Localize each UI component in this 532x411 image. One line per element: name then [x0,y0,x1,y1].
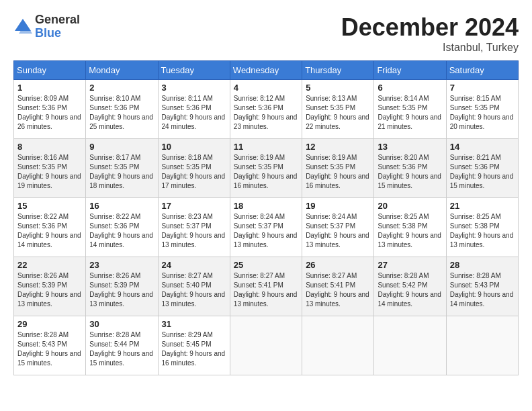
calendar-cell: 12Sunrise: 8:19 AMSunset: 5:35 PMDayligh… [302,139,374,198]
calendar-cell: 28Sunrise: 8:28 AMSunset: 5:43 PMDayligh… [446,257,518,316]
day-number: 15 [17,201,82,211]
day-number: 4 [234,83,298,93]
month-title: December 2024 [341,13,519,42]
day-number: 10 [162,142,226,152]
day-number: 27 [378,260,442,270]
day-detail: Sunrise: 8:16 AMSunset: 5:35 PMDaylight:… [17,153,82,191]
day-detail: Sunrise: 8:25 AMSunset: 5:38 PMDaylight:… [450,212,515,250]
day-number: 2 [89,83,154,93]
day-detail: Sunrise: 8:18 AMSunset: 5:35 PMDaylight:… [162,153,226,191]
day-detail: Sunrise: 8:25 AMSunset: 5:38 PMDaylight:… [378,212,442,250]
calendar-cell [302,316,374,375]
logo-blue-text: Blue [35,26,61,40]
calendar-cell: 6Sunrise: 8:14 AMSunset: 5:35 PMDaylight… [374,80,446,139]
weekday-header: Monday [86,61,158,80]
day-detail: Sunrise: 8:12 AMSunset: 5:36 PMDaylight:… [234,94,298,132]
calendar-cell: 13Sunrise: 8:20 AMSunset: 5:36 PMDayligh… [374,139,446,198]
calendar-cell: 2Sunrise: 8:10 AMSunset: 5:36 PMDaylight… [86,80,158,139]
day-number: 29 [17,319,82,329]
day-detail: Sunrise: 8:22 AMSunset: 5:36 PMDaylight:… [17,212,82,250]
calendar-cell: 4Sunrise: 8:12 AMSunset: 5:36 PMDaylight… [230,80,302,139]
day-detail: Sunrise: 8:21 AMSunset: 5:36 PMDaylight:… [450,153,515,191]
calendar-week-row: 1Sunrise: 8:09 AMSunset: 5:36 PMDaylight… [14,80,519,139]
calendar-cell: 24Sunrise: 8:27 AMSunset: 5:40 PMDayligh… [158,257,230,316]
calendar-cell: 25Sunrise: 8:27 AMSunset: 5:41 PMDayligh… [230,257,302,316]
day-detail: Sunrise: 8:22 AMSunset: 5:36 PMDaylight:… [89,212,154,250]
day-number: 9 [89,142,154,152]
weekday-header: Sunday [14,61,86,80]
day-detail: Sunrise: 8:27 AMSunset: 5:40 PMDaylight:… [162,271,226,309]
day-detail: Sunrise: 8:28 AMSunset: 5:43 PMDaylight:… [450,271,515,309]
calendar-table: SundayMondayTuesdayWednesdayThursdayFrid… [13,60,519,375]
day-number: 30 [89,319,154,329]
day-number: 28 [450,260,515,270]
calendar-cell [446,316,518,375]
logo: General Blue [13,13,80,40]
day-detail: Sunrise: 8:10 AMSunset: 5:36 PMDaylight:… [89,94,154,132]
day-detail: Sunrise: 8:28 AMSunset: 5:43 PMDaylight:… [17,330,82,368]
calendar-cell: 19Sunrise: 8:24 AMSunset: 5:37 PMDayligh… [302,198,374,257]
calendar-cell: 9Sunrise: 8:17 AMSunset: 5:35 PMDaylight… [86,139,158,198]
calendar-cell [230,316,302,375]
weekday-header: Thursday [302,61,374,80]
day-number: 20 [378,201,442,211]
logo-general-text: General [35,13,80,26]
day-number: 23 [89,260,154,270]
calendar-cell: 31Sunrise: 8:29 AMSunset: 5:45 PMDayligh… [158,316,230,375]
day-number: 8 [17,142,82,152]
day-number: 22 [17,260,82,270]
day-detail: Sunrise: 8:17 AMSunset: 5:35 PMDaylight:… [89,153,154,191]
day-detail: Sunrise: 8:19 AMSunset: 5:35 PMDaylight:… [234,153,298,191]
day-number: 12 [306,142,370,152]
calendar-cell: 22Sunrise: 8:26 AMSunset: 5:39 PMDayligh… [14,257,86,316]
day-number: 17 [162,201,226,211]
calendar-cell: 23Sunrise: 8:26 AMSunset: 5:39 PMDayligh… [86,257,158,316]
day-number: 5 [306,83,370,93]
calendar-cell: 30Sunrise: 8:28 AMSunset: 5:44 PMDayligh… [86,316,158,375]
day-number: 13 [378,142,442,152]
calendar-week-row: 29Sunrise: 8:28 AMSunset: 5:43 PMDayligh… [14,316,519,375]
day-detail: Sunrise: 8:24 AMSunset: 5:37 PMDaylight:… [234,212,298,250]
calendar-cell: 5Sunrise: 8:13 AMSunset: 5:35 PMDaylight… [302,80,374,139]
day-number: 19 [306,201,370,211]
day-detail: Sunrise: 8:14 AMSunset: 5:35 PMDaylight:… [378,94,442,132]
day-detail: Sunrise: 8:28 AMSunset: 5:44 PMDaylight:… [89,330,154,368]
calendar-cell: 10Sunrise: 8:18 AMSunset: 5:35 PMDayligh… [158,139,230,198]
day-detail: Sunrise: 8:11 AMSunset: 5:36 PMDaylight:… [162,94,226,132]
logo-icon [13,17,32,36]
calendar-cell: 14Sunrise: 8:21 AMSunset: 5:36 PMDayligh… [446,139,518,198]
day-number: 1 [17,83,82,93]
weekday-header: Wednesday [230,61,302,80]
calendar-cell: 29Sunrise: 8:28 AMSunset: 5:43 PMDayligh… [14,316,86,375]
weekday-header: Friday [374,61,446,80]
day-detail: Sunrise: 8:26 AMSunset: 5:39 PMDaylight:… [17,271,82,309]
day-detail: Sunrise: 8:27 AMSunset: 5:41 PMDaylight:… [306,271,370,309]
day-detail: Sunrise: 8:23 AMSunset: 5:37 PMDaylight:… [162,212,226,250]
day-detail: Sunrise: 8:24 AMSunset: 5:37 PMDaylight:… [306,212,370,250]
calendar-cell: 11Sunrise: 8:19 AMSunset: 5:35 PMDayligh… [230,139,302,198]
day-detail: Sunrise: 8:26 AMSunset: 5:39 PMDaylight:… [89,271,154,309]
day-detail: Sunrise: 8:28 AMSunset: 5:42 PMDaylight:… [378,271,442,309]
day-detail: Sunrise: 8:19 AMSunset: 5:35 PMDaylight:… [306,153,370,191]
day-number: 24 [162,260,226,270]
day-number: 26 [306,260,370,270]
day-number: 16 [89,201,154,211]
calendar-cell: 20Sunrise: 8:25 AMSunset: 5:38 PMDayligh… [374,198,446,257]
day-detail: Sunrise: 8:09 AMSunset: 5:36 PMDaylight:… [17,94,82,132]
calendar-cell: 3Sunrise: 8:11 AMSunset: 5:36 PMDaylight… [158,80,230,139]
calendar-cell: 16Sunrise: 8:22 AMSunset: 5:36 PMDayligh… [86,198,158,257]
day-number: 25 [234,260,298,270]
calendar-cell: 18Sunrise: 8:24 AMSunset: 5:37 PMDayligh… [230,198,302,257]
calendar-cell: 7Sunrise: 8:15 AMSunset: 5:35 PMDaylight… [446,80,518,139]
weekday-header: Saturday [446,61,518,80]
day-number: 3 [162,83,226,93]
day-detail: Sunrise: 8:27 AMSunset: 5:41 PMDaylight:… [234,271,298,309]
location: Istanbul, Turkey [341,42,519,54]
day-detail: Sunrise: 8:13 AMSunset: 5:35 PMDaylight:… [306,94,370,132]
calendar-cell: 21Sunrise: 8:25 AMSunset: 5:38 PMDayligh… [446,198,518,257]
calendar-cell [374,316,446,375]
day-number: 18 [234,201,298,211]
calendar-cell: 27Sunrise: 8:28 AMSunset: 5:42 PMDayligh… [374,257,446,316]
calendar-week-row: 8Sunrise: 8:16 AMSunset: 5:35 PMDaylight… [14,139,519,198]
weekday-header: Tuesday [158,61,230,80]
